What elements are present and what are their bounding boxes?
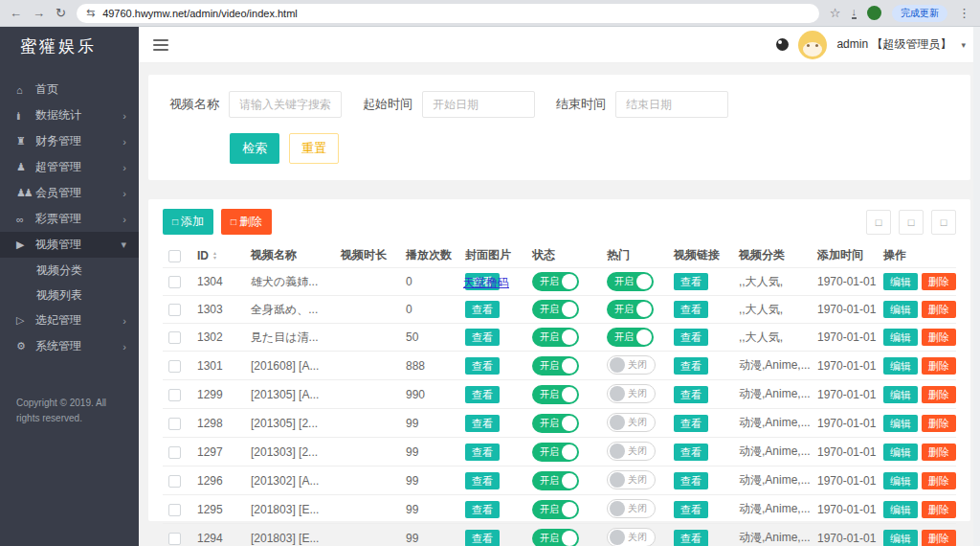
hot-switch[interactable]: 关闭	[607, 470, 656, 489]
sidebar-item-4[interactable]: ♟♟会员管理›	[0, 180, 139, 206]
address-bar[interactable]: ⇆ 49760.hwymw.net/admin/video/index.html	[77, 4, 819, 23]
table-filter-icon[interactable]: □	[866, 210, 891, 235]
hot-switch[interactable]: 关闭	[607, 442, 656, 461]
link-view-button[interactable]: 查看	[674, 329, 708, 346]
chrome-update-button[interactable]: 完成更新	[892, 5, 947, 22]
row-checkbox[interactable]	[168, 533, 181, 545]
link-view-button[interactable]: 查看	[674, 273, 708, 290]
row-checkbox[interactable]	[168, 504, 181, 516]
row-checkbox[interactable]	[168, 331, 181, 344]
edit-button[interactable]: 编辑	[883, 415, 918, 432]
edit-button[interactable]: 编辑	[883, 301, 918, 318]
hot-switch[interactable]: 关闭	[607, 355, 656, 375]
edit-button[interactable]: 编辑	[883, 357, 918, 375]
search-button[interactable]: 检索	[230, 133, 279, 164]
hot-switch[interactable]: 关闭	[607, 499, 656, 518]
sidebar-item-1[interactable]: ılı数据统计›	[0, 102, 139, 128]
sidebar-item-0[interactable]: ⌂首页	[0, 77, 139, 102]
cover-view-button[interactable]: 查看	[465, 357, 500, 375]
sidebar-item-6[interactable]: ▶视频管理▾	[0, 232, 139, 258]
status-switch[interactable]: 开启	[532, 414, 579, 433]
refresh-icon[interactable]: ↻	[56, 7, 66, 19]
edit-button[interactable]: 编辑	[883, 329, 918, 346]
edit-button[interactable]: 编辑	[883, 472, 918, 489]
status-switch[interactable]: 开启	[532, 471, 579, 490]
cover-view-button[interactable]: 查看	[465, 530, 500, 546]
hot-switch[interactable]: 关闭	[607, 413, 656, 432]
cover-view-button[interactable]: 查看	[465, 329, 500, 346]
row-delete-button[interactable]: 删除	[922, 444, 956, 461]
link-view-button[interactable]: 查看	[674, 472, 708, 489]
edit-button[interactable]: 编辑	[883, 386, 918, 403]
cover-view-button[interactable]: 查看	[465, 472, 500, 489]
status-switch[interactable]: 开启	[532, 328, 579, 347]
sort-icon[interactable]: ▴▾	[213, 251, 216, 261]
row-delete-button[interactable]: 删除	[922, 357, 956, 375]
sidebar-item-5[interactable]: ∞彩票管理›	[0, 206, 139, 232]
cover-view-button[interactable]: 查看	[465, 501, 500, 518]
cover-view-button[interactable]: 查看	[465, 415, 500, 432]
forward-icon[interactable]: →	[33, 7, 45, 19]
status-switch[interactable]: 开启	[532, 385, 579, 404]
row-delete-button[interactable]: 删除	[922, 501, 956, 518]
edit-button[interactable]: 编辑	[883, 501, 918, 518]
row-checkbox[interactable]	[168, 418, 181, 430]
video-name-input[interactable]	[229, 91, 342, 118]
sidebar-subitem-1[interactable]: 视频列表	[0, 283, 139, 307]
sidebar-item-8[interactable]: ⚙系统管理›	[0, 333, 139, 359]
bookmark-star-icon[interactable]: ☆	[830, 7, 841, 19]
link-view-button[interactable]: 查看	[674, 501, 708, 518]
edit-button[interactable]: 编辑	[883, 530, 918, 546]
row-checkbox[interactable]	[168, 276, 181, 288]
row-checkbox[interactable]	[168, 446, 181, 459]
status-switch[interactable]: 开启	[532, 300, 579, 319]
row-delete-button[interactable]: 删除	[922, 415, 956, 432]
user-name[interactable]: admin 【超级管理员】	[836, 36, 951, 53]
sidebar-subitem-0[interactable]: 视频分类	[0, 258, 139, 283]
row-checkbox[interactable]	[168, 304, 181, 316]
row-delete-button[interactable]: 删除	[922, 273, 956, 290]
row-delete-button[interactable]: 删除	[922, 386, 956, 403]
cover-view-button[interactable]: 查看	[465, 301, 500, 318]
cover-broken-link[interactable]: 天堂撸码	[463, 275, 509, 291]
sidebar-item-7[interactable]: ▷选妃管理›	[0, 307, 139, 333]
user-avatar[interactable]	[798, 31, 827, 59]
hot-switch[interactable]: 关闭	[607, 528, 656, 546]
page-scrollbar[interactable]	[973, 27, 980, 546]
cover-view-button[interactable]: 查看	[465, 386, 500, 403]
add-button[interactable]: □添加	[163, 209, 213, 235]
edit-button[interactable]: 编辑	[883, 273, 918, 290]
row-delete-button[interactable]: 删除	[922, 301, 956, 318]
browser-profile-avatar[interactable]	[867, 6, 881, 20]
theme-palette-icon[interactable]	[776, 38, 789, 51]
row-delete-button[interactable]: 删除	[922, 530, 956, 546]
link-view-button[interactable]: 查看	[674, 530, 708, 546]
sidebar-item-2[interactable]: ♜财务管理›	[0, 128, 139, 154]
kebab-menu-icon[interactable]: ⋮	[958, 7, 970, 19]
cover-view-button[interactable]: 查看	[465, 444, 500, 461]
sidebar-item-3[interactable]: ♟超管管理›	[0, 154, 139, 180]
hot-switch[interactable]: 开启	[607, 328, 654, 347]
hot-switch[interactable]: 开启	[607, 272, 654, 291]
link-view-button[interactable]: 查看	[674, 415, 708, 432]
status-switch[interactable]: 开启	[532, 443, 579, 462]
row-checkbox[interactable]	[168, 475, 181, 488]
link-view-button[interactable]: 查看	[674, 301, 708, 318]
row-checkbox[interactable]	[168, 389, 181, 401]
table-export-icon[interactable]: □	[899, 210, 924, 235]
status-switch[interactable]: 开启	[532, 272, 579, 291]
link-view-button[interactable]: 查看	[674, 357, 708, 375]
status-switch[interactable]: 开启	[532, 529, 579, 546]
hamburger-icon[interactable]	[153, 39, 168, 51]
delete-button[interactable]: □删除	[221, 209, 272, 235]
row-delete-button[interactable]: 删除	[922, 329, 956, 346]
status-switch[interactable]: 开启	[532, 500, 579, 519]
hot-switch[interactable]: 开启	[607, 300, 654, 319]
back-icon[interactable]: ←	[10, 7, 22, 19]
row-delete-button[interactable]: 删除	[922, 472, 956, 489]
site-info-icon[interactable]: ⇆	[86, 7, 95, 19]
link-view-button[interactable]: 查看	[674, 444, 708, 461]
reset-button[interactable]: 重置	[289, 133, 339, 164]
edit-button[interactable]: 编辑	[883, 444, 918, 461]
start-date-input[interactable]	[422, 91, 535, 118]
